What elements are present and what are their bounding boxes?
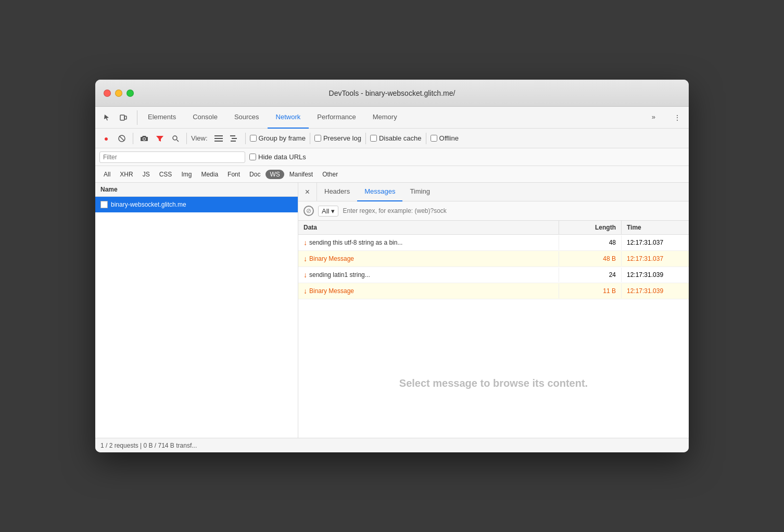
msg-time-1: 12:17:31.037 (621, 235, 689, 250)
record-button[interactable]: ● (99, 132, 113, 145)
maximize-button[interactable] (127, 90, 134, 97)
message-row-3[interactable]: ↓ sending latin1 string... 24 12:17:31.0… (298, 267, 689, 283)
filter-other[interactable]: Other (318, 170, 342, 179)
title-bar: DevTools - binary-websocket.glitch.me/ (95, 80, 689, 107)
separator-2 (186, 133, 187, 144)
message-row-binary-4[interactable]: ↓ Binary Message 11 B 12:17:31.039 (298, 283, 689, 299)
svg-rect-10 (232, 138, 237, 139)
arrow-icon-1: ↓ (304, 238, 307, 247)
filter-all[interactable]: All (99, 170, 115, 179)
tab-network[interactable]: Network (268, 107, 309, 129)
filter-font[interactable]: Font (223, 170, 244, 179)
detail-tabs: × Headers Messages Timing (298, 183, 689, 201)
separator-6 (426, 133, 426, 144)
svg-rect-1 (124, 116, 127, 119)
offline-checkbox[interactable] (431, 135, 437, 142)
msg-text-2: Binary Message (309, 255, 354, 262)
arrow-icon-4: ↓ (304, 287, 307, 295)
view-label: View: (191, 134, 208, 142)
camera-icon[interactable] (137, 132, 151, 145)
msg-length-1: 48 (559, 235, 621, 250)
tab-sources[interactable]: Sources (226, 107, 268, 129)
no-entry-icon: ⊘ (304, 206, 314, 216)
msg-length-4: 11 B (559, 284, 621, 298)
tab-messages[interactable]: Messages (357, 183, 402, 201)
filter-icon[interactable] (153, 132, 167, 145)
more-options-icon[interactable]: ⋮ (670, 110, 685, 125)
tabs-right: » ⋮ (643, 107, 685, 129)
requests-panel: Name binary-websocket.glitch.me (95, 183, 298, 438)
group-by-frame-label[interactable]: Group by frame (250, 134, 306, 142)
msg-data-2: ↓ Binary Message (298, 251, 559, 267)
search-icon[interactable] (169, 132, 182, 145)
filter-doc[interactable]: Doc (245, 170, 264, 179)
group-by-frame-checkbox[interactable] (250, 135, 257, 142)
msg-time-3: 12:17:31.039 (621, 268, 689, 282)
status-text: 1 / 2 requests | 0 B / 714 B transf... (100, 442, 197, 449)
filter-manifest[interactable]: Manifest (285, 170, 317, 179)
dropdown-arrow: ▾ (331, 207, 335, 215)
col-length-header: Length (559, 221, 621, 234)
tab-headers[interactable]: Headers (317, 183, 357, 201)
arrow-icon-3: ↓ (304, 271, 307, 279)
preserve-log-checkbox[interactable] (314, 135, 321, 142)
messages-dropdown[interactable]: All ▾ (318, 206, 338, 217)
separator-4 (310, 133, 310, 144)
filter-media[interactable]: Media (197, 170, 222, 179)
arrow-icon-2: ↓ (304, 255, 307, 263)
column-headers: Data Length Time (298, 221, 689, 235)
tab-console[interactable]: Console (184, 107, 226, 129)
close-button[interactable] (104, 90, 111, 97)
clear-button[interactable] (115, 132, 129, 145)
hide-data-urls-label[interactable]: Hide data URLs (249, 153, 306, 161)
col-data-header: Data (298, 221, 559, 234)
status-bar: 1 / 2 requests | 0 B / 714 B transf... (95, 438, 689, 452)
ws-file-icon (100, 201, 108, 208)
filter-xhr[interactable]: XHR (116, 170, 137, 179)
request-item[interactable]: binary-websocket.glitch.me (95, 197, 298, 212)
tab-performance[interactable]: Performance (309, 107, 364, 129)
filter-types-bar: All XHR JS CSS Img Media Font Doc WS Man… (95, 166, 689, 183)
cursor-icon[interactable] (99, 110, 114, 125)
msg-data-1: ↓ sending this utf-8 string as a bin... (298, 235, 559, 250)
devtools-icons (99, 110, 137, 125)
filter-input[interactable] (99, 151, 245, 163)
filter-js[interactable]: JS (138, 170, 154, 179)
preserve-log-label[interactable]: Preserve log (314, 134, 361, 142)
disable-cache-checkbox[interactable] (370, 135, 377, 142)
filter-img[interactable]: Img (177, 170, 196, 179)
view-list-icon[interactable] (212, 132, 225, 145)
svg-point-4 (173, 136, 177, 140)
msg-length-2: 48 B (559, 251, 621, 266)
request-item-label: binary-websocket.glitch.me (111, 201, 186, 208)
svg-rect-6 (214, 135, 223, 136)
detail-panel: × Headers Messages Timing ⊘ All ▾ (298, 183, 689, 438)
tab-more[interactable]: » (643, 107, 664, 129)
view-waterfall-icon[interactable] (227, 132, 241, 145)
tab-timing[interactable]: Timing (402, 183, 437, 201)
msg-data-3: ↓ sending latin1 string... (298, 267, 559, 283)
filter-bar: Hide data URLs (95, 148, 689, 166)
svg-rect-8 (214, 141, 223, 142)
minimize-button[interactable] (115, 90, 122, 97)
svg-rect-7 (214, 138, 223, 139)
svg-line-3 (120, 136, 124, 141)
messages-search-input[interactable] (343, 205, 684, 217)
filter-css[interactable]: CSS (155, 170, 176, 179)
hide-data-urls-checkbox[interactable] (249, 154, 256, 160)
separator-1 (133, 133, 133, 144)
messages-table: Data Length Time ↓ sending this utf-8 st… (298, 221, 689, 330)
detail-close-button[interactable]: × (298, 183, 317, 201)
disable-cache-label[interactable]: Disable cache (370, 134, 422, 142)
filter-ws[interactable]: WS (265, 170, 284, 179)
message-row-binary[interactable]: ↓ Binary Message 48 B 12:17:31.037 (298, 251, 689, 267)
message-row[interactable]: ↓ sending this utf-8 string as a bin... … (298, 235, 689, 251)
offline-label[interactable]: Offline (431, 134, 459, 142)
msg-time-2: 12:17:31.037 (621, 251, 689, 266)
tab-memory[interactable]: Memory (364, 107, 406, 129)
tab-elements[interactable]: Elements (140, 107, 184, 129)
separator-5 (365, 133, 366, 144)
main-content: Name binary-websocket.glitch.me × Header… (95, 183, 689, 438)
device-icon[interactable] (116, 110, 131, 125)
msg-data-4: ↓ Binary Message (298, 283, 559, 299)
